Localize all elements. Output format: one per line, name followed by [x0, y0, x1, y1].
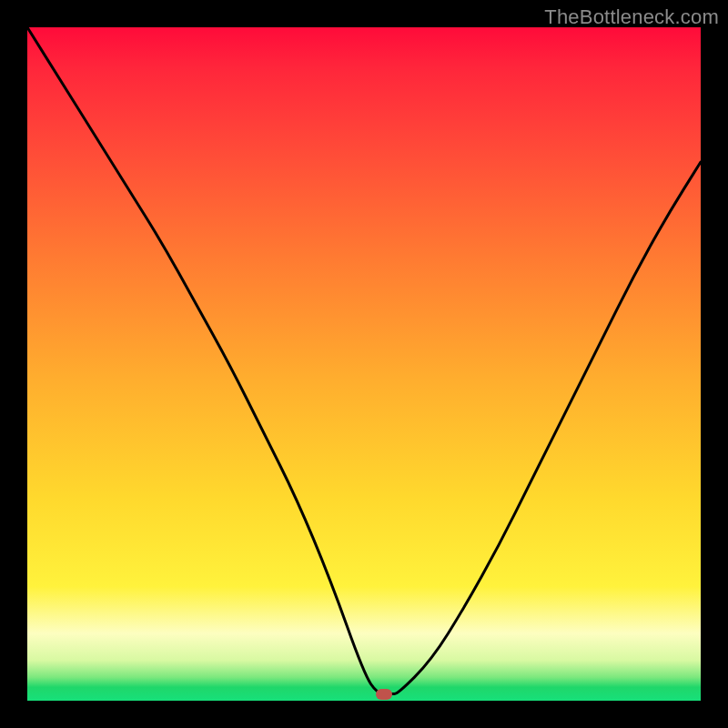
minimum-marker [376, 689, 392, 700]
bottleneck-curve [27, 27, 701, 701]
chart-frame: TheBottleneck.com [0, 0, 728, 728]
curve-path [27, 27, 701, 694]
watermark-text: TheBottleneck.com [544, 5, 719, 29]
plot-area [27, 27, 701, 701]
